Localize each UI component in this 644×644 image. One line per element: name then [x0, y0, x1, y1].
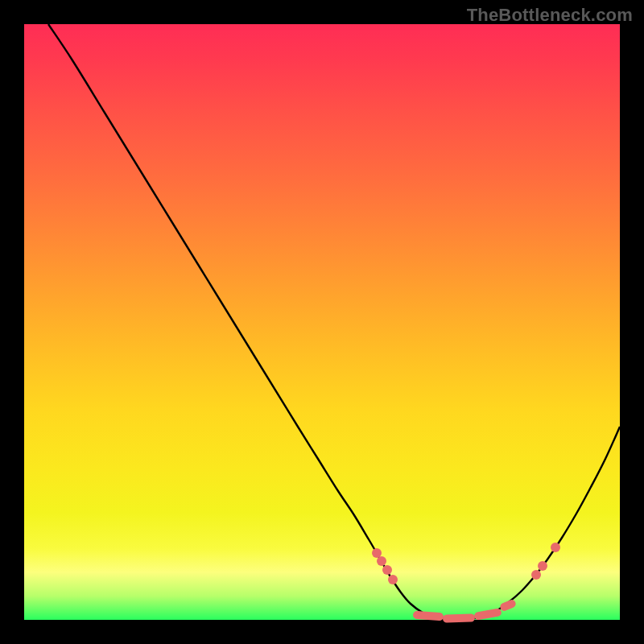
plot-area [24, 24, 620, 620]
highlight-dot [551, 543, 560, 552]
highlight-pills [413, 599, 517, 623]
chart-container: TheBottleneck.com [0, 0, 644, 644]
highlight-dot [372, 548, 382, 558]
watermark-text: TheBottleneck.com [467, 5, 633, 26]
highlight-pill [413, 611, 444, 621]
highlight-dot [377, 556, 386, 566]
curve-svg [24, 24, 620, 620]
highlight-dot [538, 561, 547, 571]
highlight-dot [531, 570, 541, 580]
highlight-dot [382, 565, 392, 575]
highlight-pill [473, 608, 502, 621]
bottleneck-curve [48, 24, 620, 620]
highlight-pill [499, 599, 517, 613]
highlight-dot [388, 575, 398, 584]
highlight-pill [443, 613, 475, 622]
